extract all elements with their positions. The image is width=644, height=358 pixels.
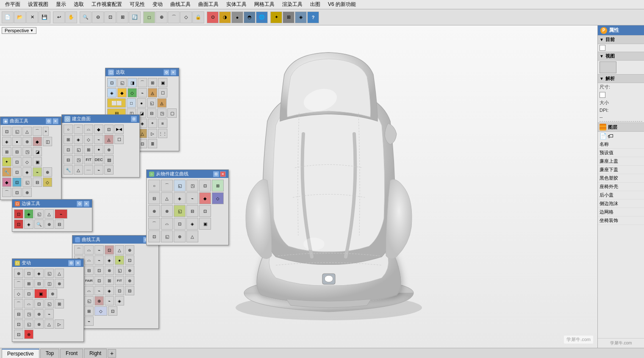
sel-btn-4[interactable]: ⌒	[138, 78, 147, 87]
tb-save[interactable]: 💾	[39, 11, 50, 23]
jl-btn11[interactable]: ◬	[104, 135, 114, 144]
cw-b3[interactable]: ◱	[174, 180, 186, 191]
bd-b10[interactable]: ⊗	[55, 279, 64, 288]
qx-b2[interactable]: ⌓	[84, 245, 94, 255]
jl-btn1[interactable]: ○	[64, 125, 73, 134]
jl-btn3[interactable]: ⌓	[84, 125, 93, 134]
tb-zoom-window[interactable]: ⊡	[104, 11, 116, 23]
by-b7[interactable]: ◈	[24, 219, 33, 229]
jianli-settings[interactable]: ⚙	[131, 116, 137, 122]
bianyuan-close[interactable]: ✕	[83, 201, 89, 207]
sel-btn-12[interactable]: ☐	[158, 88, 167, 97]
jl-btn18[interactable]: ⊟	[64, 155, 73, 164]
by-b2[interactable]: ◈	[24, 209, 33, 219]
cw-b17[interactable]: ⊡	[199, 205, 211, 217]
qx-b32[interactable]: ◱	[84, 296, 94, 305]
tab-perspective[interactable]: Perspective	[2, 349, 39, 358]
cw-b20[interactable]: ⊡	[174, 218, 186, 230]
bd-b22[interactable]: ⊕	[34, 309, 44, 319]
sel-btn-14[interactable]: □	[127, 98, 136, 108]
qumian-header[interactable]: ◈ 曲面工具 ⚙ ✕	[0, 117, 61, 125]
xuanqu-toolbar-header[interactable]: ⊡ 选取 ⚙ ✕	[105, 68, 179, 76]
jl-btn19[interactable]: ◳	[74, 155, 83, 164]
qm-b10[interactable]: ⊞	[2, 147, 11, 156]
cw-settings[interactable]: ⚙	[213, 171, 219, 177]
section-view[interactable]: ▼ 视图	[598, 52, 644, 61]
menu-qumian[interactable]: 曲面工具	[195, 0, 222, 8]
cw-b1[interactable]: ○	[148, 180, 160, 191]
cw-b26[interactable]: △	[186, 230, 198, 242]
qx-b28[interactable]: ◈	[105, 286, 114, 295]
jl-btn13[interactable]: ⊡	[64, 145, 73, 154]
qm-b8[interactable]: ◆	[33, 137, 42, 146]
jl-btn17[interactable]: ⊕	[104, 145, 114, 154]
jl-btn12[interactable]: ☐	[114, 135, 124, 144]
qx-b6[interactable]: ⊕	[125, 245, 134, 255]
sel-btn-35[interactable]: ⋮⋮	[158, 129, 167, 138]
sel-btn-29[interactable]: ≡	[158, 119, 167, 128]
section-current[interactable]: ▼ 目前	[598, 35, 644, 44]
menu-quxiangongju[interactable]: 曲线工具	[167, 0, 194, 8]
bd-b1[interactable]: ⊕	[14, 269, 23, 278]
tb-rotate[interactable]: 🔄	[129, 11, 141, 23]
cw-b12[interactable]: ◇	[212, 192, 224, 204]
qm-b26[interactable]: ⊟	[33, 178, 42, 187]
cw-b6[interactable]: ⊞	[212, 180, 224, 191]
menu-xianshi[interactable]: 显示	[53, 0, 69, 8]
qx-b4[interactable]: ⊡	[105, 245, 114, 255]
qm-more[interactable]: »	[43, 127, 49, 136]
qm-b6[interactable]: ●	[12, 137, 22, 146]
jl-btn24[interactable]: △	[74, 165, 83, 175]
viewport[interactable]: Perspective ▼	[0, 25, 597, 348]
tab-top[interactable]: Top	[40, 349, 59, 358]
sel-btn-40[interactable]: ≣	[148, 139, 157, 148]
by-b1[interactable]: ⊡	[14, 209, 23, 219]
cw-b15[interactable]: ◱	[174, 205, 186, 217]
jl-btn21[interactable]: DEC	[94, 155, 103, 164]
tb-point[interactable]: ⊕	[155, 11, 167, 23]
qx-b39[interactable]: ⊡	[108, 306, 117, 316]
qx-b26[interactable]: ⌓	[84, 286, 94, 295]
qx-b24[interactable]: ⊕	[125, 276, 134, 285]
bd-b19[interactable]: ⊞	[55, 299, 64, 308]
tb-halfcircle[interactable]: ◑	[219, 11, 231, 23]
bd-b7[interactable]: ⊞	[24, 279, 33, 288]
sel-btn-6[interactable]: ▣	[158, 78, 167, 87]
sel-btn-11[interactable]: ◬	[148, 88, 157, 97]
qx-b16[interactable]: ⊗	[105, 266, 114, 275]
menu-shiti[interactable]: 实体工具	[223, 0, 250, 8]
sel-btn-10[interactable]: ⌁	[138, 88, 147, 97]
jl-btn10[interactable]: ⌁	[94, 135, 103, 144]
menu-wangge[interactable]: 网格工具	[251, 0, 278, 8]
bd-b8[interactable]: ⊟	[34, 279, 44, 288]
qm-b29[interactable]: ⊡	[12, 188, 22, 197]
qm-b30[interactable]: ⊕	[22, 188, 32, 197]
xuanqu-close[interactable]: ✕	[170, 69, 176, 75]
layer-5[interactable]: 后小盖	[598, 191, 644, 200]
qm-b9[interactable]: ◫	[43, 137, 52, 146]
qumian-close[interactable]: ✕	[53, 118, 58, 124]
cw-b23[interactable]: ⊡	[148, 230, 160, 242]
qx-b34[interactable]: ⌁	[105, 296, 114, 305]
tb-texture[interactable]: ◈	[295, 11, 307, 23]
menu-biandong[interactable]: 变动	[149, 0, 166, 8]
by-b5[interactable]: ⌁	[55, 209, 67, 219]
qx-b17[interactable]: ◱	[115, 266, 124, 275]
layer-6[interactable]: 侧边泡沫	[598, 200, 644, 208]
qx-b27[interactable]: ⌁	[94, 286, 104, 295]
bd-b4[interactable]: ◱	[44, 269, 54, 278]
qx-b10[interactable]: ◈	[105, 255, 114, 265]
jl-btn16[interactable]: ✦	[94, 145, 103, 154]
layer-2[interactable]: 廉座下盖	[598, 166, 644, 174]
tb-help[interactable]: ?	[307, 11, 319, 23]
cw-close[interactable]: ✕	[220, 171, 226, 177]
sel-btn-7[interactable]: ◈	[107, 88, 117, 97]
by-b8[interactable]: 🔍	[34, 219, 44, 229]
qx-b23[interactable]: FIT	[115, 276, 124, 285]
bianyuan-header[interactable]: ⊡ 边缘工具 ⚙ ✕	[12, 200, 92, 208]
layer-1[interactable]: 廉座上盖	[598, 157, 644, 166]
quxian-header[interactable]: ⌒ 曲线工具 ⚙ ✕	[72, 236, 158, 244]
bd-b20[interactable]: ⊟	[14, 309, 23, 319]
tb-curve-tool[interactable]: ⌒	[168, 11, 180, 23]
jl-btn22[interactable]: ▤	[104, 155, 114, 164]
